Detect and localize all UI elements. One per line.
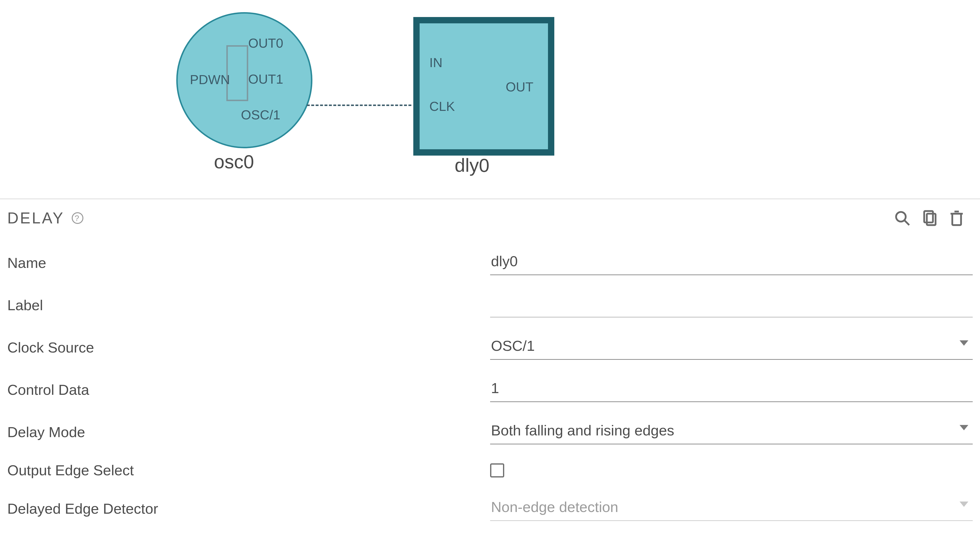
label-label: Label [7,297,490,314]
chevron-down-icon [959,425,968,430]
svg-point-0 [896,212,906,222]
svg-rect-3 [927,214,935,225]
node-osc0-label: osc0 [214,151,254,173]
delete-icon[interactable] [948,209,966,227]
node-dly0-label: dly0 [455,154,489,177]
node-dly0[interactable]: IN CLK OUT [413,17,554,156]
connection-osc-to-dly[interactable] [307,105,411,106]
pin-clk[interactable]: CLK [430,99,455,114]
pin-out1[interactable]: OUT1 [248,72,283,86]
chevron-down-icon [959,341,968,346]
svg-rect-2 [924,211,933,223]
delayed-edge-detector-label: Delayed Edge Detector [7,500,490,517]
properties-panel: DELAY ? Name Label [0,199,980,530]
properties-header: DELAY ? [7,209,973,227]
chevron-down-icon [959,501,968,507]
name-input[interactable] [490,250,973,275]
node-osc0[interactable]: PDWN OUT0 OUT1 OSC/1 [176,12,312,148]
design-canvas[interactable]: PDWN OUT0 OUT1 OSC/1 osc0 IN CLK OUT dly… [0,0,980,199]
pin-out0[interactable]: OUT0 [248,35,283,51]
svg-line-1 [904,220,909,225]
delayed-edge-detector-select [490,496,973,521]
svg-rect-4 [952,214,961,225]
name-label: Name [7,255,490,271]
delay-mode-label: Delay Mode [7,424,490,441]
properties-title: DELAY [7,209,64,227]
label-input[interactable] [490,293,973,317]
output-edge-select-label: Output Edge Select [7,462,490,479]
pin-oscdiv[interactable]: OSC/1 [241,107,280,122]
copy-icon[interactable] [921,209,938,227]
output-edge-select-checkbox[interactable] [490,463,504,478]
search-icon[interactable] [893,209,911,227]
clock-source-select[interactable] [490,335,973,360]
pin-out[interactable]: OUT [506,79,533,94]
pin-in[interactable]: IN [430,55,442,70]
control-data-input[interactable] [490,377,973,402]
help-icon[interactable]: ? [72,212,83,224]
pin-pdwn[interactable]: PDWN [190,72,230,87]
control-data-label: Control Data [7,382,490,398]
clock-source-label: Clock Source [7,339,490,356]
delay-mode-select[interactable] [490,420,973,444]
